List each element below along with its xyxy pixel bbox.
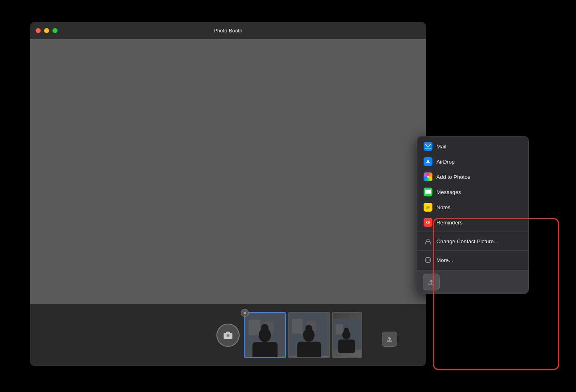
svg-point-34 [428,260,428,260]
svg-rect-24 [426,206,430,206]
menu-item-more[interactable]: More... [417,252,528,268]
close-x-icon: ✕ [243,311,247,315]
person-svg-3 [333,313,361,357]
more-icon [424,256,432,264]
add-to-photos-label: Add to Photos [436,174,522,180]
camera-view [30,39,426,304]
titlebar: Photo Booth [30,22,426,39]
change-contact-label: Change Contact Picture... [436,238,522,244]
person-svg-2 [289,313,329,357]
share-pill-button[interactable] [423,274,440,290]
more-svg [424,256,432,264]
more-label: More... [436,257,522,263]
menu-item-notes[interactable]: Notes [417,200,528,215]
share-pill-icon [428,278,435,286]
divider-1 [417,232,528,232]
thumbnail-image-2 [289,313,329,357]
thumbnail-wrapper-1: ✕ [244,312,286,358]
mail-label: Mail [436,144,522,150]
mail-icon [424,142,432,151]
svg-rect-13 [297,342,321,357]
svg-rect-9 [292,319,303,334]
svg-rect-7 [252,342,278,357]
notes-icon [424,203,432,212]
menu-items-list: Mail AirDrop Add to P [417,136,528,270]
thumbnail-image-1 [245,313,285,357]
menu-item-change-contact[interactable]: Change Contact Picture... [417,234,528,249]
photo-booth-window: Photo Booth ✕ [30,22,426,366]
menu-item-mail[interactable]: Mail [417,139,528,154]
photos-icon [424,172,432,181]
share-icon [386,336,393,343]
mail-svg [425,144,431,149]
airdrop-svg [425,158,431,165]
thumbnail-3[interactable] [332,312,362,358]
share-bottom-bar [417,270,528,294]
divider-2 [417,250,528,251]
svg-rect-26 [426,208,428,208]
thumbnail-close-button-1[interactable]: ✕ [241,309,249,317]
messages-svg [425,189,431,195]
traffic-lights [36,28,58,33]
reminders-icon [424,218,432,227]
share-button[interactable] [382,332,397,347]
bottom-strip: ✕ [30,304,426,366]
reminders-svg [425,220,431,225]
photos-svg [425,174,431,180]
maximize-button[interactable] [52,28,58,33]
share-button-container [382,332,397,347]
airdrop-icon [424,157,432,166]
svg-rect-25 [426,207,430,208]
window-title: Photo Booth [214,28,242,34]
share-menu: Mail AirDrop Add to P [417,136,529,294]
svg-rect-18 [338,340,355,353]
thumbnail-1[interactable] [244,312,286,358]
thumbnail-image-3 [333,313,361,357]
svg-rect-3 [249,320,260,335]
svg-point-17 [344,328,349,333]
person-svg-1 [245,313,285,357]
contact-icon [424,237,432,246]
close-button[interactable] [36,28,41,33]
menu-item-messages[interactable]: Messages [417,184,528,200]
messages-label: Messages [436,189,522,195]
minimize-button[interactable] [44,28,49,33]
messages-icon [424,188,432,196]
svg-point-22 [427,176,429,178]
svg-rect-15 [336,324,343,334]
svg-point-6 [261,324,268,332]
menu-item-add-to-photos[interactable]: Add to Photos [417,169,528,184]
svg-point-12 [305,325,312,332]
contact-svg [424,238,432,245]
menu-item-reminders[interactable]: Reminders [417,215,528,230]
svg-point-33 [426,260,427,260]
thumbnail-2[interactable] [288,312,330,358]
svg-point-35 [429,260,430,260]
notes-label: Notes [436,204,522,210]
thumbnail-wrapper-3 [332,312,362,358]
airdrop-label: AirDrop [436,159,522,165]
menu-item-airdrop[interactable]: AirDrop [417,154,528,169]
reminders-label: Reminders [436,220,522,226]
thumbnail-wrapper-2 [288,312,330,358]
notes-svg [425,204,431,210]
